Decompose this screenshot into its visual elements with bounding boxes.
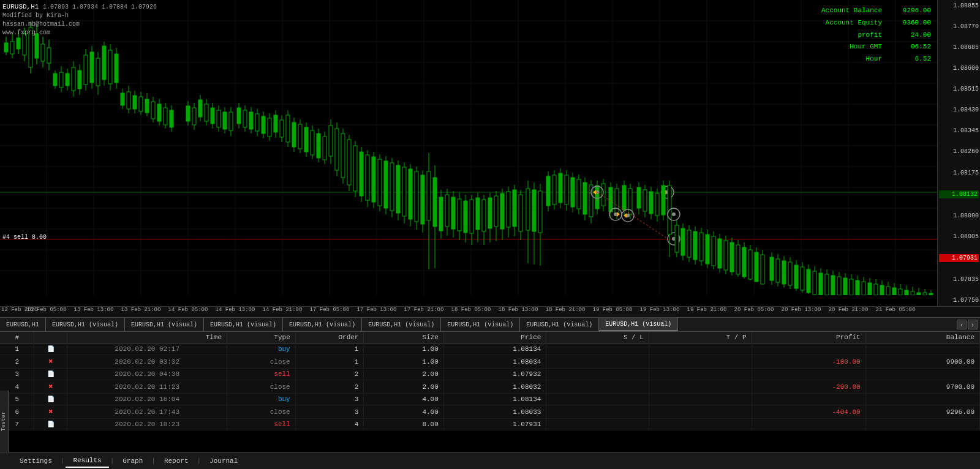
svg-rect-128 — [298, 124, 302, 149]
svg-rect-42 — [23, 34, 26, 55]
cell-price: 1.08134 — [443, 343, 546, 355]
sell-label: #4 sell 8.00 — [2, 234, 47, 241]
cell-type: sell — [227, 369, 296, 380]
svg-rect-212 — [559, 173, 562, 203]
svg-rect-170 — [427, 171, 431, 220]
bottom-tab-results[interactable]: Results — [66, 454, 108, 468]
bottom-tabs[interactable]: Settings | Results | Graph | Report | Jo… — [0, 452, 980, 469]
cell-profit — [752, 419, 865, 430]
tab-visual-8[interactable]: EURUSD,H1 (visual) — [599, 317, 678, 332]
tabs-prev-button[interactable]: ‹ — [957, 320, 967, 329]
svg-rect-322 — [850, 279, 853, 295]
tab-visual-3[interactable]: EURUSD,H1 (visual) — [204, 317, 283, 332]
svg-rect-176 — [445, 195, 449, 227]
svg-rect-182 — [464, 201, 467, 233]
svg-rect-246 — [637, 187, 641, 208]
svg-rect-266 — [675, 225, 679, 252]
svg-rect-272 — [693, 231, 697, 260]
svg-rect-298 — [776, 259, 780, 282]
cell-balance: 9700.00 — [865, 380, 979, 394]
svg-rect-68 — [102, 46, 106, 80]
cell-type: close — [227, 405, 296, 419]
svg-rect-98 — [205, 104, 208, 121]
table-row: 6 ✖ 2020.02.20 17:43 close 3 4.00 1.0803… — [0, 405, 980, 419]
tab-eurusd-h1[interactable]: EURUSD,H1 — [0, 317, 46, 332]
svg-rect-150 — [366, 155, 369, 200]
svg-rect-106 — [229, 112, 233, 130]
cell-time: 2020.02.20 02:17 — [67, 343, 227, 355]
bottom-tab-report[interactable]: Report — [157, 455, 196, 467]
col-tp: T / P — [649, 332, 752, 343]
chart-tabs[interactable]: EURUSD,H1 EURUSD,H1 (visual) EURUSD,H1 (… — [0, 317, 980, 332]
svg-rect-222 — [589, 185, 593, 217]
svg-rect-130 — [304, 127, 308, 152]
svg-rect-66 — [96, 58, 100, 86]
cell-size: 1.00 — [364, 343, 443, 355]
col-icon — [34, 332, 67, 343]
svg-rect-206 — [538, 191, 542, 233]
tab-visual-6[interactable]: EURUSD,H1 (visual) — [441, 317, 520, 332]
svg-rect-276 — [706, 234, 709, 264]
time-axis: 12 Feb 2020 13 Feb 05:00 13 Feb 13:00 13… — [0, 306, 980, 317]
svg-rect-294 — [761, 255, 764, 284]
svg-rect-132 — [311, 130, 314, 155]
cell-icon: 📄 — [34, 394, 67, 405]
svg-rect-332 — [880, 285, 884, 295]
cell-time: 2020.02.20 18:23 — [67, 419, 227, 430]
bottom-tab-settings[interactable]: Settings — [12, 455, 59, 467]
svg-rect-154 — [378, 159, 382, 206]
svg-rect-152 — [372, 157, 375, 202]
svg-rect-156 — [384, 161, 388, 208]
svg-rect-148 — [360, 152, 363, 196]
cell-balance — [865, 419, 979, 430]
svg-rect-274 — [699, 233, 703, 261]
cell-order: 2 — [295, 380, 364, 394]
bottom-tab-journal[interactable]: Journal — [202, 455, 245, 467]
svg-rect-38 — [10, 42, 14, 54]
cell-num: 3 — [0, 369, 34, 380]
cell-type: close — [227, 355, 296, 369]
svg-rect-112 — [249, 112, 253, 129]
svg-rect-96 — [198, 100, 202, 117]
svg-rect-288 — [742, 247, 746, 277]
svg-rect-78 — [133, 96, 137, 109]
cell-profit — [752, 343, 865, 355]
svg-rect-316 — [831, 276, 835, 295]
svg-rect-346 — [923, 293, 927, 295]
svg-rect-100 — [211, 108, 214, 124]
tab-visual-4[interactable]: EURUSD,H1 (visual) — [283, 317, 362, 332]
cell-price: 1.07931 — [443, 419, 546, 430]
svg-rect-284 — [730, 242, 734, 272]
svg-rect-104 — [223, 112, 227, 129]
tab-visual-5[interactable]: EURUSD,H1 (visual) — [362, 317, 441, 332]
svg-rect-162 — [402, 167, 406, 216]
cell-icon: ✖ — [34, 405, 67, 419]
cell-size: 1.00 — [364, 355, 443, 369]
cell-balance — [865, 394, 979, 405]
tab-visual-7[interactable]: EURUSD,H1 (visual) — [520, 317, 599, 332]
svg-rect-194 — [500, 193, 504, 229]
svg-rect-36 — [4, 43, 8, 52]
cell-order: 3 — [295, 405, 364, 419]
svg-rect-126 — [292, 122, 296, 147]
tab-visual-1[interactable]: EURUSD,H1 (visual) — [46, 317, 125, 332]
svg-rect-102 — [217, 110, 221, 127]
cell-sl — [546, 355, 649, 369]
cell-price: 1.08032 — [443, 380, 546, 394]
svg-rect-251 — [643, 190, 647, 211]
svg-rect-158 — [390, 163, 394, 211]
bottom-tab-graph[interactable]: Graph — [115, 455, 150, 467]
table-row: 7 📄 2020.02.20 18:23 sell 4 8.00 1.07931 — [0, 419, 980, 430]
svg-rect-226 — [601, 184, 605, 206]
svg-rect-268 — [681, 228, 685, 255]
svg-rect-142 — [341, 133, 345, 178]
svg-rect-76 — [127, 92, 130, 109]
cell-profit — [752, 369, 865, 380]
svg-rect-338 — [899, 289, 902, 295]
svg-rect-40 — [17, 38, 20, 49]
tabs-next-button[interactable]: › — [968, 320, 978, 329]
svg-rect-348 — [929, 293, 933, 295]
cell-time: 2020.02.20 16:04 — [67, 394, 227, 405]
svg-rect-46 — [35, 34, 39, 58]
tab-visual-2[interactable]: EURUSD,H1 (visual) — [125, 317, 204, 332]
